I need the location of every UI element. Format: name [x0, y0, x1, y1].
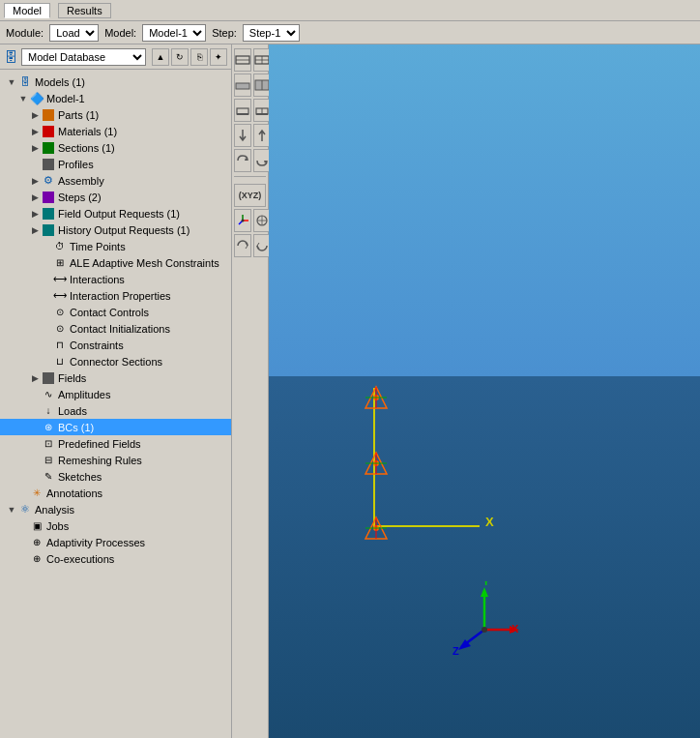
tree-item-contact-init[interactable]: ⊙ Contact Initializations [0, 320, 231, 337]
canvas-area[interactable]: X [269, 44, 700, 738]
tool-btn-mesh1[interactable] [234, 48, 251, 72]
interaction-props-icon: ⟷ [52, 288, 68, 304]
materials-label: Materials (1) [58, 126, 117, 137]
bcs-label: BCs (1) [58, 422, 94, 433]
tree-item-constraints[interactable]: ⊓ Constraints [0, 337, 231, 353]
tool-btn-rotate1[interactable] [234, 234, 251, 257]
tree-item-history-output[interactable]: ▶ History Output Requests (1) [0, 221, 231, 238]
expand-analysis[interactable]: ▼ [6, 505, 17, 515]
tool-btn-moment1[interactable] [234, 149, 251, 172]
expand-models[interactable]: ▼ [6, 77, 17, 87]
expand-profiles-noop [29, 160, 41, 169]
jobs-label: Jobs [46, 520, 69, 532]
step-select[interactable]: Step-1 [243, 24, 300, 42]
model-select[interactable]: Model-1 [142, 24, 206, 42]
tree-item-field-output[interactable]: ▶ Field Output Requests (1) [0, 205, 231, 221]
tree-item-bcs[interactable]: ⊛ BCs (1) [0, 419, 231, 435]
tree-item-loads[interactable]: ↓ Loads [0, 402, 231, 419]
expand-ci-noop [41, 324, 52, 334]
tree-item-assembly[interactable]: ▶ ⚙ Assembly [0, 172, 231, 189]
tree-item-profiles[interactable]: Profiles [0, 156, 231, 172]
tree-item-materials[interactable]: ▶ Materials (1) [0, 123, 231, 139]
analysis-label: Analysis [35, 504, 74, 516]
profiles-label: Profiles [58, 159, 94, 170]
tree-item-jobs[interactable]: ▣ Jobs [0, 517, 231, 534]
expand-sections[interactable]: ▶ [29, 143, 41, 153]
expand-loads-noop [29, 406, 41, 416]
db-icon-up[interactable]: ▲ [152, 48, 169, 66]
db-bar: 🗄 Model Database ▲ ↻ ⎘ ✦ [0, 44, 231, 70]
expand-annotations-noop [17, 488, 29, 498]
tree-item-ale-mesh[interactable]: ⊞ ALE Adaptive Mesh Constraints [0, 254, 231, 271]
tree-item-sections[interactable]: ▶ Sections (1) [0, 139, 231, 156]
tree-item-time-points[interactable]: ⏱ Time Points [0, 238, 231, 254]
model-label: Model: [104, 27, 136, 39]
fields-label: Fields [58, 372, 86, 384]
tree-item-remeshing-rules[interactable]: ⊟ Remeshing Rules [0, 452, 231, 468]
tree-item-sketches[interactable]: ✎ Sketches [0, 468, 231, 485]
db-icon-settings[interactable]: ✦ [210, 48, 227, 66]
tree-item-amplitudes[interactable]: ∿ Amplitudes [0, 386, 231, 402]
tree-item-contact-controls[interactable]: ⊙ Contact Controls [0, 304, 231, 320]
tree-item-fields[interactable]: ▶ Fields [0, 369, 231, 386]
models-icon: 🗄 [17, 74, 33, 90]
amplitudes-icon: ∿ [41, 387, 56, 402]
tree-item-parts[interactable]: ▶ Parts (1) [0, 106, 231, 123]
tree-item-analysis[interactable]: ▼ ⚛ Analysis [0, 501, 231, 517]
parts-icon [41, 107, 56, 123]
svg-rect-5 [236, 83, 249, 89]
expand-history-output[interactable]: ▶ [29, 225, 41, 235]
tab-results[interactable]: Results [58, 3, 111, 18]
module-select[interactable]: Load [49, 24, 99, 42]
db-icon-copy[interactable]: ⎘ [190, 48, 208, 66]
tree-item-interaction-props[interactable]: ⟷ Interaction Properties [0, 287, 231, 304]
tree-item-models[interactable]: ▼ 🗄 Models (1) [0, 74, 231, 90]
expand-parts[interactable]: ▶ [29, 110, 41, 120]
model1-icon: 🔷 [29, 91, 44, 106]
svg-marker-33 [481, 587, 488, 597]
expand-sketches-noop [29, 472, 41, 482]
bc-marker-3 [364, 516, 389, 543]
tree-item-interactions[interactable]: ⟷ Interactions [0, 271, 231, 287]
amplitudes-label: Amplitudes [58, 389, 110, 400]
tree-item-predefined-fields[interactable]: ⊡ Predefined Fields [0, 435, 231, 452]
expand-steps[interactable]: ▶ [29, 192, 41, 202]
tool-btn-bc1[interactable] [234, 99, 251, 122]
remeshing-rules-label: Remeshing Rules [58, 455, 142, 466]
expand-field-output[interactable]: ▶ [29, 209, 41, 219]
tree-item-annotations[interactable]: ✳ Annotations [0, 485, 231, 501]
loads-icon: ↓ [41, 403, 56, 419]
expand-fields[interactable]: ▶ [29, 373, 41, 383]
tool-btn-triad1[interactable] [234, 209, 251, 232]
expand-materials[interactable]: ▶ [29, 127, 41, 136]
interactions-label: Interactions [70, 274, 125, 285]
sections-icon [41, 140, 56, 156]
analysis-icon: ⚛ [17, 502, 33, 517]
constraints-label: Constraints [70, 339, 124, 351]
expand-time-points-noop [41, 242, 52, 251]
db-select[interactable]: Model Database [21, 48, 146, 66]
expand-interactions-noop [41, 275, 52, 284]
tree-item-model1[interactable]: ▼ 🔷 Model-1 [0, 90, 231, 106]
db-icon-refresh[interactable]: ↻ [171, 48, 189, 66]
expand-rr-noop [29, 456, 41, 465]
expand-assembly[interactable]: ▶ [29, 176, 41, 186]
expand-jobs-noop [17, 521, 29, 531]
tree-item-connector-sections[interactable]: ⊔ Connector Sections [0, 353, 231, 369]
tab-model[interactable]: Model [4, 3, 50, 18]
contact-controls-icon: ⊙ [52, 305, 68, 320]
tool-btn-arrow1[interactable] [234, 124, 251, 147]
steps-icon [41, 190, 56, 205]
tree-item-steps[interactable]: ▶ Steps (2) [0, 189, 231, 205]
expand-model1[interactable]: ▼ [17, 94, 29, 103]
tree-item-co-executions[interactable]: ⊕ Co-executions [0, 550, 231, 567]
expand-bcs-noop [29, 423, 41, 432]
tool-btn-view1[interactable] [234, 74, 251, 97]
expand-int-props-noop [41, 291, 52, 301]
adaptivity-label: Adaptivity Processes [46, 537, 145, 548]
svg-text:Y: Y [482, 581, 490, 587]
model1-label: Model-1 [46, 93, 85, 104]
tree-item-adaptivity[interactable]: ⊕ Adaptivity Processes [0, 534, 231, 550]
svg-point-16 [242, 220, 245, 222]
adaptivity-icon: ⊕ [29, 535, 44, 550]
